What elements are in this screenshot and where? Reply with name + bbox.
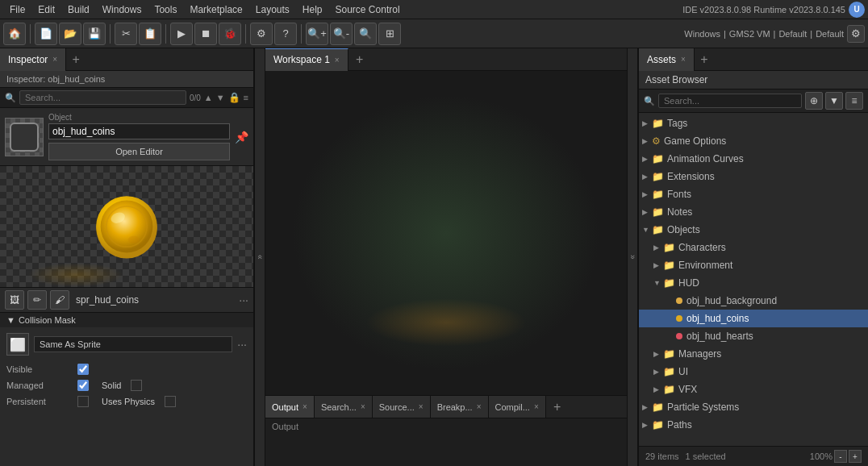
menu-tools[interactable]: Tools bbox=[148, 2, 183, 17]
menu-source-control[interactable]: Source Control bbox=[329, 2, 407, 17]
layout-button[interactable]: ⊞ bbox=[378, 23, 401, 45]
play-button[interactable]: ▶ bbox=[170, 23, 193, 45]
output-tab-compiler[interactable]: Compil... × bbox=[489, 396, 546, 418]
new-file-button[interactable]: 📄 bbox=[35, 23, 57, 45]
tree-item-ui[interactable]: ▶📁UI bbox=[639, 363, 868, 381]
menu-windows[interactable]: Windows bbox=[96, 2, 148, 17]
assets-tab-close[interactable]: × bbox=[681, 55, 686, 64]
menu-build[interactable]: Build bbox=[61, 2, 96, 17]
collision-section-header[interactable]: ▼ Collision Mask bbox=[0, 313, 253, 327]
tree-item-obj-hud-coins[interactable]: obj_hud_coins bbox=[639, 310, 868, 327]
paste-button[interactable]: 📋 bbox=[139, 23, 161, 45]
menu-help[interactable]: Help bbox=[296, 2, 329, 17]
tree-item-obj-hud-background[interactable]: obj_hud_background bbox=[639, 292, 868, 310]
left-collapse-button[interactable]: « bbox=[254, 48, 265, 466]
tree-item-managers[interactable]: ▶📁Managers bbox=[639, 345, 868, 363]
output-tab-bp-close[interactable]: × bbox=[477, 402, 482, 411]
open-editor-button[interactable]: Open Editor bbox=[48, 143, 230, 160]
tree-item-paths[interactable]: ▶📁Paths bbox=[639, 416, 868, 434]
inspector-tab-close[interactable]: × bbox=[52, 55, 57, 64]
tree-item-extensions[interactable]: ▶📁Extensions bbox=[639, 168, 868, 185]
sprite-btn-3[interactable]: 🖌 bbox=[50, 290, 69, 310]
inspector-search-up[interactable]: ▲ bbox=[204, 93, 213, 102]
inspector-menu-icon[interactable]: ≡ bbox=[244, 93, 248, 102]
assets-filter-button[interactable]: ▼ bbox=[825, 92, 843, 110]
inspector-tab[interactable]: Inspector × bbox=[0, 48, 66, 71]
settings-button[interactable]: ⚙ bbox=[250, 23, 273, 45]
tree-item-obj-hud-hearts[interactable]: obj_hud_hearts bbox=[639, 327, 868, 345]
object-name-input[interactable] bbox=[48, 123, 230, 139]
collision-more-button[interactable]: ··· bbox=[237, 338, 247, 351]
tree-arrow-objects: ▼ bbox=[642, 226, 652, 234]
managed-checkbox[interactable] bbox=[77, 380, 89, 391]
tree-item-fonts[interactable]: ▶📁Fonts bbox=[639, 185, 868, 203]
save-button[interactable]: 💾 bbox=[83, 23, 106, 45]
tree-item-hud[interactable]: ▼📁HUD bbox=[639, 274, 868, 292]
tree-item-vfx[interactable]: ▶📁VFX bbox=[639, 381, 868, 398]
tree-item-environment[interactable]: ▶📁Environment bbox=[639, 256, 868, 274]
zoom-out-button[interactable]: 🔍- bbox=[330, 23, 353, 45]
tree-item-tags[interactable]: ▶📁Tags bbox=[639, 114, 868, 132]
assets-add-button[interactable]: ⊕ bbox=[805, 92, 823, 110]
output-tab-close[interactable]: × bbox=[303, 402, 307, 411]
workspace-add-tab[interactable]: + bbox=[350, 50, 369, 69]
tree-item-game-options[interactable]: ▶⚙Game Options bbox=[639, 132, 868, 150]
zoom-reset-button[interactable]: 🔍 bbox=[354, 23, 377, 45]
user-avatar[interactable]: U bbox=[849, 2, 865, 18]
tree-item-objects[interactable]: ▼📁Objects bbox=[639, 221, 868, 239]
output-add-tab[interactable]: + bbox=[548, 397, 567, 417]
open-file-button[interactable]: 📂 bbox=[59, 23, 81, 45]
assets-tab[interactable]: Assets × bbox=[639, 48, 695, 71]
stop-button[interactable]: ⏹ bbox=[194, 23, 217, 45]
default-label-2: Default bbox=[816, 29, 844, 39]
solid-checkbox[interactable] bbox=[131, 380, 142, 391]
zoom-increase-button[interactable]: + bbox=[849, 450, 862, 463]
menu-layouts[interactable]: Layouts bbox=[249, 2, 296, 17]
tree-item-animation-curves[interactable]: ▶📁Animation Curves bbox=[639, 150, 868, 168]
tree-label-ui: UI bbox=[678, 366, 688, 377]
menu-marketplace[interactable]: Marketplace bbox=[183, 2, 248, 17]
uses-physics-checkbox[interactable] bbox=[165, 396, 176, 407]
right-collapse-button[interactable]: » bbox=[627, 48, 638, 466]
output-tab-source[interactable]: Source... × bbox=[373, 396, 431, 418]
tree-dot-obj-hud-hearts bbox=[676, 333, 682, 339]
persistent-checkbox[interactable] bbox=[77, 396, 89, 407]
assets-footer: 29 items 1 selected 100% - + bbox=[639, 446, 868, 466]
assets-menu-button[interactable]: ≡ bbox=[845, 92, 863, 110]
debug-button[interactable]: 🐞 bbox=[219, 23, 241, 45]
output-tab-source-close[interactable]: × bbox=[419, 402, 424, 411]
output-tab-compiler-close[interactable]: × bbox=[534, 402, 539, 411]
output-tab-breakpoints[interactable]: Breakp... × bbox=[431, 396, 489, 418]
pin-icon[interactable]: 📌 bbox=[235, 131, 248, 144]
inspector-add-tab[interactable]: + bbox=[66, 50, 86, 69]
tree-item-characters[interactable]: ▶📁Characters bbox=[639, 239, 868, 256]
zoom-in-button[interactable]: 🔍+ bbox=[306, 23, 328, 45]
tree-arrow-fonts: ▶ bbox=[642, 190, 652, 198]
inspector-search-input[interactable] bbox=[19, 90, 186, 105]
home-button[interactable]: 🏠 bbox=[3, 23, 26, 45]
inspector-search-down[interactable]: ▼ bbox=[216, 93, 225, 102]
zoom-decrease-button[interactable]: - bbox=[834, 450, 847, 463]
sprite-more-button[interactable]: ··· bbox=[239, 293, 248, 306]
cut-button[interactable]: ✂ bbox=[115, 23, 137, 45]
menu-file[interactable]: File bbox=[3, 2, 31, 17]
output-tab-output[interactable]: Output × bbox=[265, 396, 315, 418]
help-button[interactable]: ? bbox=[274, 23, 297, 45]
tree-arrow-extensions: ▶ bbox=[642, 173, 652, 181]
assets-search-input[interactable] bbox=[658, 94, 802, 108]
output-tab-search[interactable]: Search... × bbox=[315, 396, 373, 418]
workspace-tab-close[interactable]: × bbox=[335, 56, 340, 64]
tree-item-notes[interactable]: ▶📁Notes bbox=[639, 203, 868, 221]
visible-checkbox[interactable] bbox=[77, 364, 89, 375]
sprite-btn-1[interactable]: 🖼 bbox=[5, 290, 24, 310]
layout-config-button[interactable]: ⚙ bbox=[847, 25, 865, 43]
sprite-btn-2[interactable]: ✏ bbox=[27, 290, 47, 310]
menu-right: IDE v2023.8.0.98 Runtime v2023.8.0.145 U bbox=[682, 2, 865, 18]
assets-add-tab[interactable]: + bbox=[695, 50, 714, 69]
output-tab-search-close[interactable]: × bbox=[361, 402, 365, 411]
menu-edit[interactable]: Edit bbox=[31, 2, 61, 17]
workspace-content[interactable] bbox=[265, 71, 627, 395]
inspector-lock-icon[interactable]: 🔒 bbox=[228, 92, 240, 103]
tree-item-particle-systems[interactable]: ▶📁Particle Systems bbox=[639, 398, 868, 416]
workspace-tab[interactable]: Workspace 1 × bbox=[265, 48, 348, 71]
